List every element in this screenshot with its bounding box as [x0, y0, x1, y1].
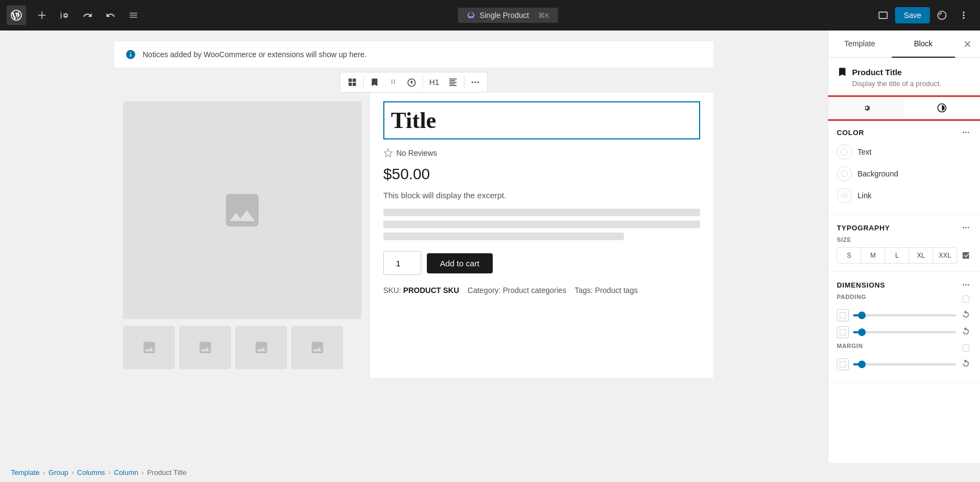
color-text-option[interactable]: Text: [837, 141, 971, 163]
page-title-button[interactable]: Single Product ⌘K: [458, 8, 559, 23]
color-section-header: Color: [837, 127, 971, 138]
product-title-block[interactable]: Title: [383, 101, 700, 139]
padding-v-slider[interactable]: [853, 331, 956, 333]
breadcrumb-sep-2: ›: [71, 468, 74, 477]
toolbar-align-btn[interactable]: [444, 75, 462, 90]
block-info-header: Product Title: [837, 66, 971, 77]
padding-h-reset-button[interactable]: [960, 309, 971, 321]
quantity-input[interactable]: [383, 251, 421, 275]
size-xxl-btn[interactable]: XXL: [933, 248, 957, 263]
typography-section: Typography SIZE S M L XL XXL: [828, 215, 980, 272]
thumbnail-1: [123, 326, 175, 369]
sku-value: PRODUCT SKU: [403, 286, 460, 295]
size-l-btn[interactable]: L: [885, 248, 909, 263]
padding-h-slider-container[interactable]: [853, 310, 956, 321]
padding-v-reset-button[interactable]: [960, 326, 971, 338]
margin-slider-row: [837, 358, 971, 370]
product-area: Title No Reviews $50.00 This block will …: [114, 93, 713, 378]
breadcrumb-template[interactable]: Template: [11, 468, 40, 477]
product-rating: No Reviews: [383, 148, 700, 158]
gear-icon: [861, 102, 872, 113]
margin-corner-button[interactable]: [960, 343, 971, 353]
padding-corner-button[interactable]: [960, 294, 971, 304]
toolbar-drag-btn[interactable]: [384, 75, 402, 90]
block-toolbar-wrapper: H1: [114, 72, 713, 93]
breadcrumb-group[interactable]: Group: [48, 468, 68, 477]
dimensions-section: Dimensions PADDING: [828, 272, 980, 383]
svg-point-2: [477, 82, 479, 83]
redo-button[interactable]: [101, 7, 120, 23]
toolbar-move-btn[interactable]: [403, 75, 420, 90]
tags-value: Product tags: [595, 286, 638, 295]
save-button[interactable]: Save: [895, 7, 930, 23]
thumbnail-4: [291, 326, 343, 369]
notice-text: Notices added by WooCommerce or extensio…: [143, 50, 366, 59]
size-reset-icon: [961, 251, 970, 260]
margin-label: MARGIN: [837, 343, 863, 349]
styles-icon: [936, 102, 947, 113]
breadcrumb-sep-3: ›: [108, 468, 111, 477]
tools-button[interactable]: [56, 7, 74, 23]
add-to-cart-row: Add to cart: [383, 251, 700, 275]
list-view-button[interactable]: [124, 7, 143, 23]
size-m-btn[interactable]: M: [861, 248, 885, 263]
toolbar-heading-btn[interactable]: H1: [425, 75, 444, 89]
thumb-icon-1: [142, 340, 157, 355]
svg-rect-17: [963, 345, 969, 351]
toolbar-more-btn[interactable]: [467, 75, 484, 90]
product-details: Title No Reviews $50.00 This block will …: [370, 93, 713, 378]
add-block-button[interactable]: [33, 7, 51, 23]
panel-close-button[interactable]: [955, 30, 980, 57]
page-title-shortcut: ⌘K: [538, 11, 550, 20]
size-label: SIZE: [837, 236, 971, 243]
styles-tab[interactable]: [904, 97, 981, 119]
main-product-image: [123, 101, 362, 319]
canvas-area: Notices added by WooCommerce or extensio…: [0, 30, 828, 463]
typography-menu-button[interactable]: [960, 222, 971, 233]
add-to-cart-button[interactable]: Add to cart: [427, 253, 493, 273]
toolbar-bookmark-btn[interactable]: [366, 75, 383, 90]
undo-button[interactable]: [78, 7, 97, 23]
settings-tab[interactable]: [828, 97, 904, 119]
margin-slider-container[interactable]: [853, 359, 956, 370]
padding-h-slider[interactable]: [853, 314, 956, 316]
size-s-btn[interactable]: S: [837, 248, 861, 263]
breadcrumb: Template › Group › Columns › Column › Pr…: [0, 463, 980, 482]
color-menu-button[interactable]: [960, 127, 971, 138]
breadcrumb-column[interactable]: Column: [114, 468, 138, 477]
link-color-label: Link: [857, 191, 872, 200]
view-button[interactable]: [873, 7, 893, 24]
bookmark-icon: [837, 66, 848, 77]
dimensions-menu-button[interactable]: [960, 279, 971, 290]
svg-point-9: [965, 227, 967, 229]
ellipsis-icon: [961, 128, 970, 137]
margin-reset-button[interactable]: [960, 358, 971, 370]
svg-point-4: [965, 132, 967, 133]
template-tab[interactable]: Template: [828, 30, 892, 58]
padding-h-slider-row: [837, 309, 971, 321]
styles-button[interactable]: [932, 7, 952, 24]
block-info: Product Title Display the title of a pro…: [828, 58, 980, 97]
size-xl-btn[interactable]: XL: [909, 248, 933, 263]
color-link-option[interactable]: Link: [837, 185, 971, 206]
margin-slider[interactable]: [853, 363, 956, 365]
svg-rect-16: [840, 329, 846, 335]
thumb-icon-2: [198, 340, 213, 355]
padding-v-slider-container[interactable]: [853, 327, 956, 338]
more-options-button[interactable]: [954, 7, 973, 24]
svg-point-0: [472, 82, 474, 83]
padding-h-icon: [839, 312, 847, 319]
margin-box: [837, 358, 849, 370]
color-background-option[interactable]: Background: [837, 163, 971, 185]
svg-rect-18: [840, 361, 846, 367]
main-layout: Notices added by WooCommerce or extensio…: [0, 30, 980, 463]
size-reset-button[interactable]: [960, 250, 971, 261]
toolbar-layout-btn[interactable]: [344, 75, 361, 90]
block-tab[interactable]: Block: [892, 30, 955, 58]
text-color-icon: [840, 148, 849, 156]
breadcrumb-columns[interactable]: Columns: [77, 468, 105, 477]
product-meta: SKU: PRODUCT SKU Category: Product categ…: [383, 286, 700, 295]
svg-point-13: [967, 284, 969, 286]
bar-1: [383, 209, 700, 216]
info-icon: [125, 49, 136, 60]
